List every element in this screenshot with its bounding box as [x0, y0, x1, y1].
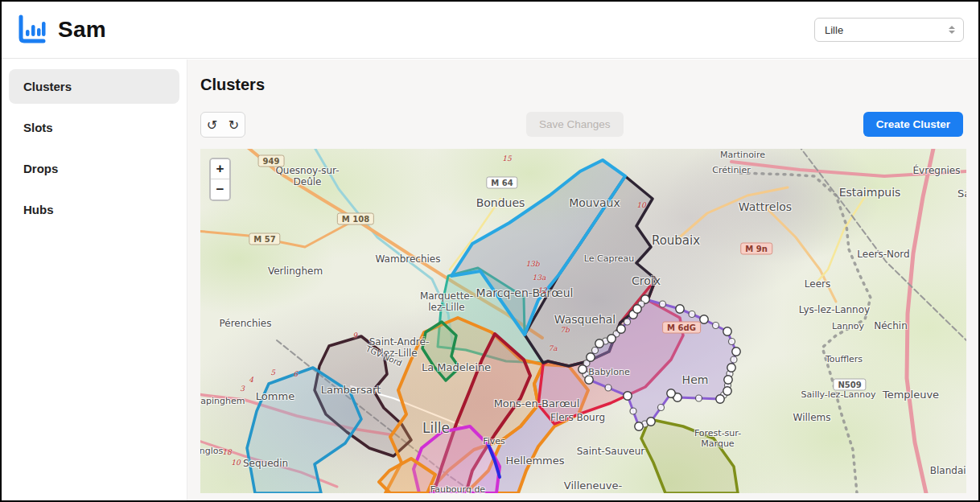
vertex-handle[interactable] [727, 364, 735, 372]
vertex-handle[interactable] [579, 365, 587, 373]
vertex-midpoint-handle[interactable] [592, 348, 599, 354]
sidebar-item-drops[interactable]: Drops [9, 151, 179, 186]
vertex-midpoint-handle[interactable] [696, 395, 702, 401]
vertex-handle[interactable] [635, 422, 643, 430]
vertex-midpoint-handle[interactable] [660, 301, 666, 307]
vertex-handle[interactable] [585, 376, 593, 384]
vertex-midpoint-handle[interactable] [689, 311, 695, 318]
sidebar-item-clusters[interactable]: Clusters [9, 69, 179, 104]
map-clusters-layer [200, 149, 966, 493]
vertex-midpoint-handle[interactable] [729, 339, 735, 345]
vertex-midpoint-handle[interactable] [658, 405, 665, 411]
app-logo[interactable]: Sam [16, 14, 106, 46]
map-canvas[interactable]: Quesnoy-sur- DeûleBonduesMouvauxMartinoi… [200, 149, 966, 493]
zoom-in-button[interactable]: + [211, 159, 229, 179]
undo-redo-group: ↺ ↻ [200, 112, 245, 138]
vertex-handle[interactable] [716, 395, 724, 403]
vertex-handle[interactable] [723, 387, 731, 395]
vertex-midpoint-handle[interactable] [713, 323, 719, 329]
page-title: Clusters [200, 76, 963, 94]
vertex-handle[interactable] [617, 325, 625, 333]
city-selector-value: Lille [825, 24, 843, 36]
app-header: Sam Lille [2, 2, 978, 59]
vertex-midpoint-handle[interactable] [630, 408, 636, 414]
sidebar-item-slots[interactable]: Slots [9, 110, 179, 145]
vertex-handle[interactable] [723, 327, 731, 335]
vertex-midpoint-handle[interactable] [731, 356, 737, 363]
toolbar: ↺ ↻ Save Changes Create Cluster [200, 112, 963, 138]
create-cluster-button[interactable]: Create Cluster [863, 112, 963, 137]
undo-button[interactable]: ↺ [201, 113, 223, 137]
vertex-handle[interactable] [624, 392, 632, 400]
city-selector[interactable]: Lille [814, 18, 964, 42]
cluster-villeneuve-olive[interactable] [641, 419, 738, 493]
vertex-handle[interactable] [676, 305, 684, 313]
vertex-handle[interactable] [724, 376, 732, 384]
vertex-midpoint-handle[interactable] [624, 319, 631, 325]
cluster-lomme-blue[interactable] [247, 368, 361, 493]
sidebar-nav: ClustersSlotsDropsHubs [2, 60, 187, 500]
vertex-handle[interactable] [607, 335, 616, 343]
zoom-out-button[interactable]: − [211, 179, 229, 200]
redo-button[interactable]: ↻ [223, 113, 245, 137]
vertex-handle[interactable] [647, 418, 655, 426]
save-changes-button[interactable]: Save Changes [526, 112, 624, 137]
vertex-handle[interactable] [587, 353, 595, 361]
vertex-handle[interactable] [667, 389, 675, 397]
bar-chart-logo-icon [16, 14, 48, 46]
vertex-handle[interactable] [700, 315, 708, 323]
vertex-handle[interactable] [732, 348, 740, 356]
app-title: Sam [58, 17, 106, 43]
sidebar-item-hubs[interactable]: Hubs [9, 192, 179, 227]
select-chevrons-icon [949, 26, 955, 34]
map-zoom-control: + − [209, 158, 231, 201]
vertex-handle[interactable] [595, 339, 603, 348]
vertex-handle[interactable] [633, 305, 641, 313]
vertex-midpoint-handle[interactable] [605, 385, 611, 391]
main-content: Clusters ↺ ↻ Save Changes Create Cluster… [187, 60, 978, 500]
